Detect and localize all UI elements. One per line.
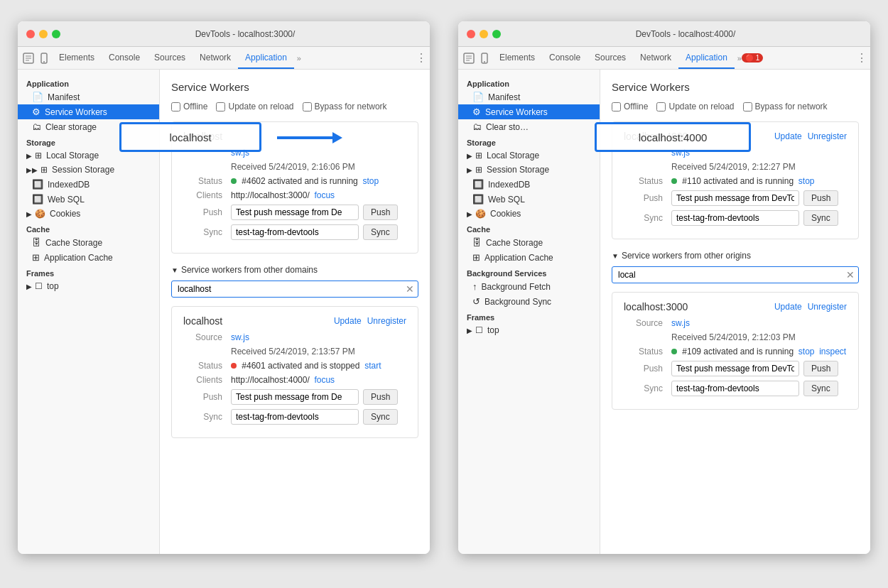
tab-menu-left[interactable]: ⋮ — [416, 51, 427, 65]
close-button-right[interactable] — [467, 30, 475, 38]
offline-checkbox-right[interactable]: Offline — [612, 102, 648, 111]
devtools-icon[interactable] — [21, 50, 36, 66]
sync-button-other-right[interactable]: Sync — [803, 381, 838, 396]
tab-application-right[interactable]: Application — [678, 47, 735, 69]
sync-button-right[interactable]: Sync — [803, 210, 838, 226]
sw-other-source-link-right[interactable]: sw.js — [671, 318, 690, 328]
sidebar-service-workers-right[interactable]: ⚙ Service Workers — [458, 104, 600, 119]
bypass-network-checkbox-left[interactable]: Bypass for network — [303, 102, 387, 111]
tab-network-left[interactable]: Network — [193, 47, 238, 69]
push-input-left[interactable] — [231, 205, 359, 220]
push-input-other-left[interactable] — [231, 389, 359, 405]
mobile-icon-right[interactable] — [477, 50, 492, 66]
tab-console-right[interactable]: Console — [542, 47, 588, 69]
stop-link-other-right[interactable]: stop — [798, 347, 815, 356]
panel-title-right: Service Workers — [612, 81, 859, 93]
focus-link-other-left[interactable]: focus — [314, 375, 335, 385]
offline-checkbox-left[interactable]: Offline — [171, 102, 207, 111]
update-link-left[interactable]: Update — [334, 316, 362, 326]
update-reload-checkbox-right[interactable]: Update on reload — [656, 102, 734, 111]
devtools-icon-right[interactable] — [461, 50, 477, 66]
sidebar-bg-fetch-right[interactable]: ↑ Background Fetch — [458, 279, 600, 294]
push-button-right[interactable]: Push — [803, 190, 838, 206]
push-button-other-left[interactable]: Push — [363, 389, 398, 405]
sidebar-bg-sync-right[interactable]: ↺ Background Sync — [458, 294, 600, 309]
minimize-button-right[interactable] — [480, 30, 488, 38]
other-origins-header-right[interactable]: ▼ Service workers from other origins — [612, 251, 859, 261]
close-button[interactable] — [26, 30, 35, 38]
filter-input-right[interactable] — [612, 266, 859, 283]
update-link-right[interactable]: Update — [774, 131, 802, 141]
sidebar-app-cache-left[interactable]: ⊞ Application Cache — [18, 250, 159, 265]
sync-input-other-left[interactable] — [231, 409, 359, 425]
sidebar-local-storage-right[interactable]: ▶ ⊞ Local Storage — [458, 148, 600, 163]
sidebar-cache-storage-left[interactable]: 🗄 Cache Storage — [18, 235, 159, 250]
minimize-button[interactable] — [39, 30, 48, 38]
filter-clear-left[interactable]: ✕ — [406, 283, 414, 295]
section-application-left: Application — [18, 75, 159, 89]
sync-button-left[interactable]: Sync — [363, 224, 398, 240]
sidebar-web-sql-left[interactable]: 🔲 Web SQL — [18, 192, 159, 207]
sidebar-cache-storage-right[interactable]: 🗄 Cache Storage — [458, 235, 600, 250]
status-dot-left — [231, 178, 237, 184]
tab-application-left[interactable]: Application — [238, 47, 294, 69]
fullscreen-button[interactable] — [52, 30, 60, 38]
sync-input-right[interactable] — [671, 210, 799, 226]
sidebar-manifest-left[interactable]: 📄 Manifest — [18, 89, 159, 104]
filter-input-left[interactable] — [171, 281, 418, 298]
sw-push-row-right: Push Push — [624, 190, 847, 206]
sync-input-other-right[interactable] — [671, 381, 799, 396]
tab-elements-left[interactable]: Elements — [52, 47, 102, 69]
sidebar-right: Application 📄 Manifest ⚙ Service Workers… — [458, 70, 600, 554]
tab-network-right[interactable]: Network — [633, 47, 678, 69]
push-input-other-right[interactable] — [671, 361, 799, 376]
sw-other-source-link-left[interactable]: sw.js — [231, 332, 249, 342]
sidebar-session-storage-right[interactable]: ▶ ⊞ Session Storage — [458, 163, 600, 177]
tab-sources-left[interactable]: Sources — [147, 47, 193, 69]
sidebar-web-sql-right[interactable]: 🔲 Web SQL — [458, 192, 600, 207]
start-link-left[interactable]: start — [364, 361, 381, 371]
push-button-other-right[interactable]: Push — [803, 361, 838, 376]
fullscreen-button-right[interactable] — [492, 30, 501, 38]
sidebar-indexeddb-left[interactable]: 🔲 IndexedDB — [18, 177, 159, 192]
unregister-link-right[interactable]: Unregister — [808, 131, 847, 141]
sidebar-session-storage-left[interactable]: ▶▶ ⊞ Session Storage — [18, 163, 159, 177]
sw-received-left: Received 5/24/2019, 2:16:06 PM — [183, 162, 406, 172]
tab-menu-right[interactable]: ⋮ — [856, 51, 867, 65]
push-input-right[interactable] — [671, 190, 799, 206]
stop-link-right[interactable]: stop — [798, 176, 815, 186]
sw-received-right: Received 5/24/2019, 2:12:27 PM — [624, 162, 847, 172]
sidebar-service-workers-left[interactable]: ⚙ Service Workers — [18, 104, 159, 119]
mobile-icon[interactable] — [36, 50, 52, 66]
sidebar-frames-top-left[interactable]: ▶ ☐ top — [18, 279, 159, 293]
sidebar-manifest-right[interactable]: 📄 Manifest — [458, 89, 600, 104]
sync-button-other-left[interactable]: Sync — [363, 409, 398, 425]
sidebar-clear-storage-right[interactable]: 🗂 Clear sto… — [458, 119, 600, 134]
sw-other-push-row-right: Push Push — [624, 361, 847, 376]
other-domains-header-left[interactable]: ▼ Service workers from other domains — [171, 265, 418, 275]
update-link-other-right[interactable]: Update — [774, 302, 802, 312]
tab-more-left[interactable]: » — [297, 54, 301, 62]
sw-sync-row-right: Sync Sync — [624, 210, 847, 226]
stop-link-left[interactable]: stop — [362, 176, 379, 186]
sidebar-cookies-right[interactable]: ▶ 🍪 Cookies — [458, 207, 600, 221]
tabbar-left: Elements Console Sources Network Applica… — [18, 47, 430, 70]
filter-row-right: ✕ — [612, 266, 859, 283]
unregister-link-other-right[interactable]: Unregister — [808, 302, 847, 312]
push-button-left[interactable]: Push — [363, 205, 398, 220]
sync-input-left[interactable] — [231, 224, 359, 240]
sidebar-indexeddb-right[interactable]: 🔲 IndexedDB — [458, 177, 600, 192]
focus-link-left[interactable]: focus — [314, 190, 335, 200]
tab-elements-right[interactable]: Elements — [492, 47, 542, 69]
sidebar-app-cache-right[interactable]: ⊞ Application Cache — [458, 250, 600, 265]
sidebar-frames-top-right[interactable]: ▶ ☐ top — [458, 323, 600, 337]
tab-sources-right[interactable]: Sources — [588, 47, 633, 69]
inspect-link-other-right[interactable]: inspect — [819, 347, 846, 356]
unregister-link-left[interactable]: Unregister — [367, 316, 406, 326]
sidebar-cookies-left[interactable]: ▶ 🍪 Cookies — [18, 207, 159, 221]
update-reload-checkbox-left[interactable]: Update on reload — [216, 102, 293, 111]
filter-clear-right[interactable]: ✕ — [846, 269, 855, 281]
bypass-network-checkbox-right[interactable]: Bypass for network — [743, 102, 828, 111]
arrow-icon: ▶ — [26, 152, 32, 160]
tab-console-left[interactable]: Console — [102, 47, 147, 69]
